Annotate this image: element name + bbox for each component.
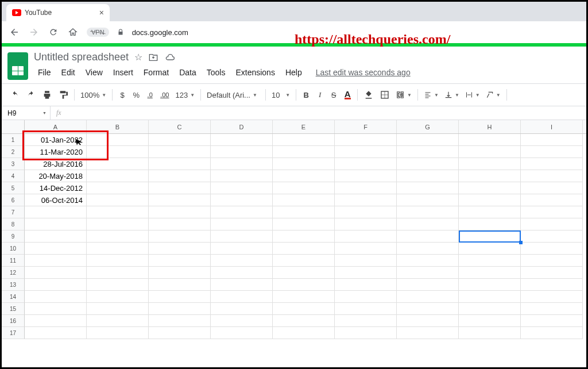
star-icon[interactable]: ☆	[134, 52, 142, 63]
move-icon[interactable]	[148, 53, 158, 62]
cell[interactable]	[87, 194, 149, 206]
row-header[interactable]: 5	[2, 182, 25, 194]
cell[interactable]	[521, 170, 583, 182]
cell[interactable]	[459, 230, 521, 243]
cell[interactable]	[25, 230, 87, 243]
cell[interactable]	[149, 194, 211, 206]
cell[interactable]	[211, 194, 273, 206]
cell[interactable]	[211, 170, 273, 182]
cell[interactable]	[397, 206, 459, 218]
strikethrough-button[interactable]: S	[327, 87, 340, 102]
cell[interactable]	[25, 255, 87, 267]
cell[interactable]	[397, 194, 459, 206]
cell[interactable]	[335, 230, 397, 243]
borders-button[interactable]	[377, 87, 392, 102]
cell[interactable]	[211, 218, 273, 230]
cloud-icon[interactable]	[164, 53, 176, 62]
col-header-h[interactable]: H	[459, 120, 521, 133]
cell[interactable]	[459, 255, 521, 267]
cell[interactable]	[25, 315, 87, 327]
cell[interactable]	[149, 230, 211, 243]
cell[interactable]	[335, 315, 397, 327]
cell[interactable]	[211, 255, 273, 267]
cell[interactable]	[335, 182, 397, 194]
cell[interactable]	[397, 315, 459, 327]
url-text[interactable]: docs.google.com	[132, 28, 188, 37]
more-formats-button[interactable]: 123▼	[173, 91, 197, 99]
cell[interactable]	[521, 279, 583, 291]
cell[interactable]	[459, 206, 521, 218]
cell[interactable]	[521, 134, 583, 146]
paint-format-button[interactable]	[56, 87, 71, 102]
cell[interactable]: 06-Oct-2014	[25, 194, 87, 206]
cell[interactable]	[397, 218, 459, 230]
cell[interactable]	[397, 291, 459, 303]
cell[interactable]	[273, 243, 335, 255]
cell[interactable]	[335, 194, 397, 206]
cell[interactable]	[87, 158, 149, 170]
cell[interactable]	[211, 315, 273, 327]
cell[interactable]	[273, 206, 335, 218]
cell[interactable]	[273, 279, 335, 291]
italic-button[interactable]: I	[314, 87, 326, 102]
cell[interactable]	[149, 279, 211, 291]
cell[interactable]	[521, 146, 583, 158]
formula-input[interactable]	[67, 106, 586, 120]
col-header-g[interactable]: G	[397, 120, 459, 133]
cell[interactable]	[521, 230, 583, 243]
cell[interactable]	[25, 279, 87, 291]
row-header[interactable]: 16	[2, 315, 25, 327]
menu-extensions[interactable]: Extensions	[231, 66, 278, 79]
browser-tab[interactable]: YouTube ×	[6, 4, 110, 21]
cell[interactable]	[87, 315, 149, 327]
sheets-logo[interactable]	[7, 52, 28, 80]
cell[interactable]	[335, 303, 397, 315]
cell[interactable]	[149, 291, 211, 303]
col-header-b[interactable]: B	[87, 120, 149, 133]
close-tab-icon[interactable]: ×	[99, 8, 104, 17]
row-header[interactable]: 2	[2, 146, 25, 158]
cell[interactable]	[521, 218, 583, 230]
cell[interactable]	[87, 255, 149, 267]
cell[interactable]	[149, 182, 211, 194]
selection-handle[interactable]	[519, 241, 523, 244]
row-header[interactable]: 15	[2, 303, 25, 315]
cell[interactable]	[87, 303, 149, 315]
zoom-select[interactable]: 100%▼	[78, 91, 109, 99]
row-header[interactable]: 3	[2, 158, 25, 170]
col-header-a[interactable]: A	[25, 120, 87, 133]
menu-help[interactable]: Help	[281, 66, 306, 79]
cell[interactable]	[397, 230, 459, 243]
cell[interactable]: 20-May-2018	[25, 170, 87, 182]
cell[interactable]	[273, 170, 335, 182]
name-box[interactable]: H9▼	[2, 109, 50, 117]
row-header[interactable]: 1	[2, 134, 25, 146]
cell[interactable]	[521, 303, 583, 315]
row-header[interactable]: 8	[2, 218, 25, 230]
cell[interactable]	[459, 267, 521, 279]
increase-decimal-button[interactable]: .00	[157, 87, 172, 102]
bold-button[interactable]: B	[300, 87, 312, 102]
cell[interactable]	[149, 206, 211, 218]
cell[interactable]	[149, 218, 211, 230]
rotate-button[interactable]: ▼	[483, 91, 503, 99]
cell[interactable]	[521, 243, 583, 255]
menu-format[interactable]: Format	[140, 66, 173, 79]
cell[interactable]	[335, 158, 397, 170]
cell[interactable]	[335, 146, 397, 158]
cell[interactable]	[273, 182, 335, 194]
cell[interactable]	[335, 243, 397, 255]
cell[interactable]	[149, 315, 211, 327]
back-button[interactable]	[9, 27, 20, 37]
doc-title[interactable]: Untitled spreadsheet	[34, 51, 129, 63]
row-header[interactable]: 7	[2, 206, 25, 218]
cell[interactable]	[397, 267, 459, 279]
cell[interactable]	[211, 146, 273, 158]
cell[interactable]	[87, 327, 149, 339]
row-header[interactable]: 4	[2, 170, 25, 182]
cell[interactable]	[211, 291, 273, 303]
cell[interactable]	[459, 218, 521, 230]
cell[interactable]: 11-Mar-2020	[25, 146, 87, 158]
col-header-e[interactable]: E	[273, 120, 335, 133]
cell[interactable]	[25, 243, 87, 255]
